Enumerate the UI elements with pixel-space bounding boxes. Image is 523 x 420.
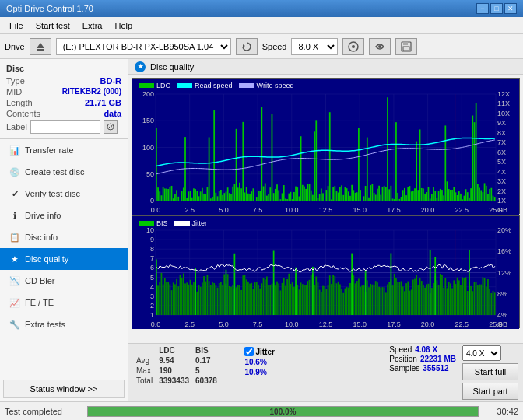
time-display: 30:42 (483, 407, 518, 416)
legend-read-speed-color (177, 83, 192, 88)
legend-read-speed-label: Read speed (195, 82, 233, 89)
speed-select[interactable]: 8.0 X (291, 38, 338, 55)
disc-info-section: Disc Type BD-R MID RITEKBR2 (000) Length… (0, 59, 128, 139)
status-bar: Test completed 100.0% 30:42 (0, 401, 523, 420)
sidebar-item-disc-info[interactable]: 📋 Disc info (0, 226, 128, 248)
app-title: Opti Drive Control 1.70 (6, 4, 93, 13)
sidebar-menu: 📊 Transfer rate 💿 Create test disc ✔ Ver… (0, 139, 128, 376)
disc-quality-icon: ★ (9, 254, 20, 264)
legend-bis: BIS (139, 219, 168, 227)
legend-jitter: Jitter (174, 219, 208, 227)
sidebar-item-label: Transfer rate (25, 145, 74, 155)
menu-file[interactable]: File (3, 19, 30, 32)
action-btn-1[interactable] (342, 38, 364, 55)
sidebar-item-fe-te[interactable]: 📈 FE / TE (0, 292, 128, 313)
legend-write-speed-label: Write speed (257, 82, 294, 89)
stats-bar: LDC BIS Avg 9.54 0.17 Max 190 5 Total (128, 343, 523, 401)
svg-rect-0 (37, 49, 44, 51)
legend-ldc-color (139, 83, 154, 88)
start-full-button[interactable]: Start full (462, 363, 518, 380)
sidebar-item-drive-info[interactable]: ℹ Drive info (0, 205, 128, 226)
position-val: 22231 MB (420, 355, 456, 363)
drive-select[interactable]: (E:) PLEXTOR BD-R PX-LB950SA 1.04 (56, 38, 231, 55)
stats-header-row: LDC BIS (133, 345, 220, 355)
legend-bis-color (139, 221, 154, 226)
stats-max-label: Max (133, 366, 156, 376)
disc-label-input[interactable] (30, 120, 100, 134)
stats-avg-bis: 0.17 (192, 355, 220, 366)
sidebar-item-cd-bler[interactable]: 📉 CD Bler (0, 270, 128, 292)
sidebar-item-label: Extra tests (25, 320, 65, 329)
jitter-checkbox-row: Jitter (244, 347, 274, 356)
stats-avg-label: Avg (133, 355, 156, 366)
title-bar: Opti Drive Control 1.70 − □ ✕ (0, 0, 523, 17)
disc-type-val: BD-R (100, 76, 122, 86)
transfer-rate-icon: 📊 (9, 145, 20, 156)
sidebar: Disc Type BD-R MID RITEKBR2 (000) Length… (0, 59, 128, 401)
stats-avg-row: Avg 9.54 0.17 (133, 355, 220, 366)
disc-label-row: Label (6, 120, 121, 134)
sidebar-item-label: Disc info (25, 233, 58, 242)
disc-info-icon: 📋 (9, 232, 20, 243)
legend-read-speed: Read speed (177, 82, 233, 89)
jitter-label: Jitter (255, 348, 274, 356)
progress-container: 100.0% (87, 406, 479, 417)
menu-extra[interactable]: Extra (76, 19, 109, 32)
sidebar-item-extra-tests[interactable]: 🔧 Extra tests (0, 313, 128, 335)
disc-mid-key: MID (6, 87, 22, 96)
sidebar-item-verify-test-disc[interactable]: ✔ Verify test disc (0, 183, 128, 205)
drive-bar: Drive (E:) PLEXTOR BD-R PX-LB950SA 1.04 … (0, 34, 523, 59)
bottom-chart: BIS Jitter (132, 215, 520, 328)
speed-setting-row: 4.0 X (462, 345, 518, 361)
stats-avg-ldc: 9.54 (156, 355, 192, 366)
disc-type-key: Type (6, 76, 25, 86)
legend-write-speed: Write speed (239, 82, 294, 89)
status-text: Test completed (5, 407, 82, 416)
maximize-button[interactable]: □ (490, 3, 503, 14)
samples-label: Samples (389, 364, 419, 373)
sidebar-item-label: Verify test disc (25, 189, 80, 198)
start-part-button[interactable]: Start part (462, 383, 518, 400)
disc-label-btn[interactable] (104, 120, 118, 134)
speed-setting-select[interactable]: 4.0 X (462, 345, 501, 361)
disc-quality-header: ★ Disc quality (128, 59, 523, 75)
action-buttons: 4.0 X Start full Start part (462, 345, 518, 400)
stats-total-ldc: 3393433 (156, 376, 192, 386)
stats-total-row: Total 3393433 60378 (133, 376, 220, 386)
stats-max-row: Max 190 5 (133, 366, 220, 376)
disc-mid-row: MID RITEKBR2 (000) (6, 87, 121, 96)
speed-row: Speed 4.06 X (389, 345, 456, 354)
drive-refresh-icon[interactable] (236, 38, 258, 55)
samples-row: Samples 355512 (389, 364, 456, 373)
stats-max-bis: 5 (192, 366, 220, 376)
speed-label-stat: Speed (389, 345, 412, 354)
drive-eject-icon[interactable] (30, 38, 51, 55)
action-btn-2[interactable] (369, 38, 391, 55)
menu-start-test[interactable]: Start test (30, 19, 76, 32)
legend-ldc-label: LDC (156, 82, 170, 89)
top-chart-legend: LDC Read speed Write speed (139, 82, 293, 89)
jitter-section: Jitter 10.6% 10.9% (243, 345, 276, 378)
sidebar-item-transfer-rate[interactable]: 📊 Transfer rate (0, 139, 128, 161)
legend-ldc: LDC (139, 82, 170, 89)
legend-bis-label: BIS (156, 219, 168, 227)
sidebar-item-create-test-disc[interactable]: 💿 Create test disc (0, 161, 128, 183)
disc-length-val: 21.71 GB (85, 98, 121, 107)
disc-section-title: Disc (6, 64, 121, 73)
save-icon[interactable] (395, 38, 417, 55)
menu-help[interactable]: Help (108, 19, 139, 32)
charts-area: LDC Read speed Write speed (128, 75, 523, 343)
disc-length-key: Length (6, 98, 33, 107)
speed-label: Speed (262, 42, 287, 51)
sidebar-item-label: CD Bler (25, 276, 55, 285)
minimize-button[interactable]: − (476, 3, 489, 14)
speed-position-section: Speed 4.06 X Position 22231 MB Samples 3… (389, 345, 456, 373)
top-chart: LDC Read speed Write speed (132, 78, 520, 214)
jitter-checkbox[interactable] (244, 347, 254, 356)
disc-length-row: Length 21.71 GB (6, 98, 121, 107)
fe-te-icon: 📈 (9, 297, 20, 308)
close-button[interactable]: ✕ (504, 3, 517, 14)
sidebar-item-disc-quality[interactable]: ★ Disc quality (0, 248, 128, 270)
sidebar-item-label: FE / TE (25, 298, 54, 307)
status-window-button[interactable]: Status window >> (3, 380, 125, 398)
